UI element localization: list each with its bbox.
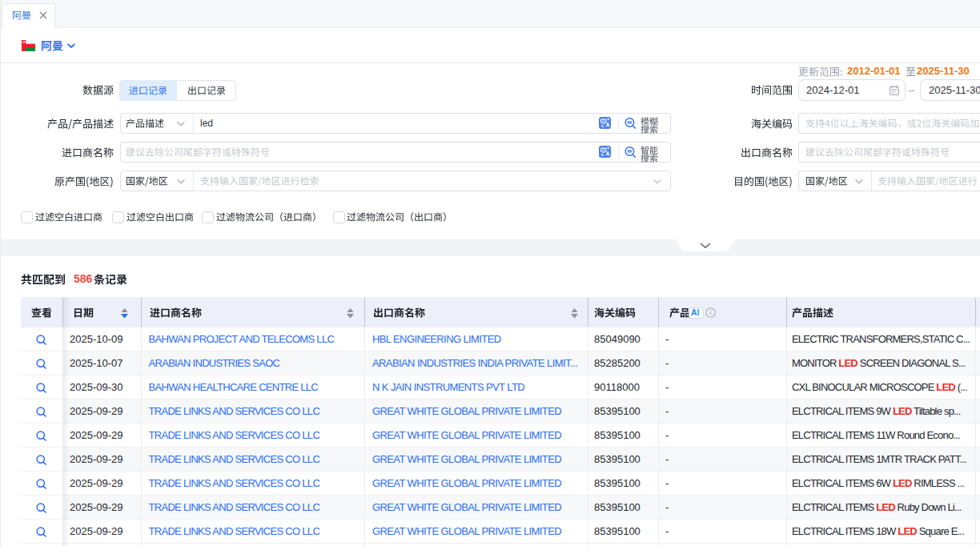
svg-text:AI: AI — [691, 308, 700, 317]
